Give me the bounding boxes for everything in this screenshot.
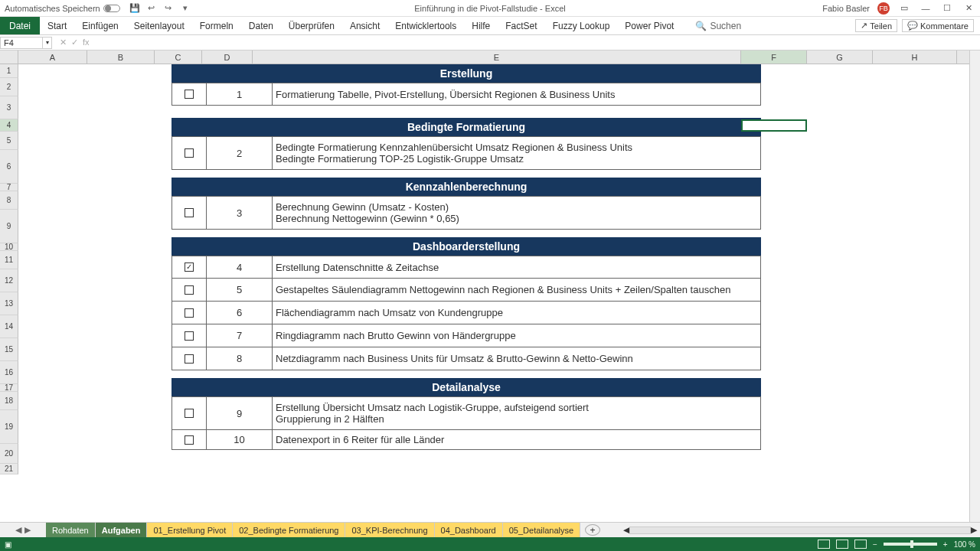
user-name[interactable]: Fabio Basler	[822, 4, 870, 13]
tab-start[interactable]: Start	[40, 17, 74, 34]
ribbon-tabs: Datei Start Einfügen Seitenlayout Formel…	[0, 17, 980, 35]
task-5-checkbox[interactable]	[185, 285, 194, 295]
task-6-checkbox[interactable]	[185, 308, 194, 318]
row-header-1[interactable]: 1	[0, 64, 18, 78]
task-3-num: 3	[207, 196, 273, 230]
task-1-checkbox[interactable]	[185, 90, 194, 99]
row-header-20[interactable]: 20	[0, 444, 18, 464]
tab-einfuegen[interactable]: Einfügen	[74, 17, 126, 34]
user-avatar[interactable]: FB	[877, 2, 890, 15]
tab-entwicklertools[interactable]: Entwicklertools	[387, 17, 464, 34]
row-header-19[interactable]: 19	[0, 410, 18, 444]
tab-ansicht[interactable]: Ansicht	[342, 17, 387, 34]
undo-icon[interactable]: ↩	[146, 3, 157, 14]
ribbon-display-icon[interactable]: ▭	[897, 3, 911, 14]
maximize-icon[interactable]: ☐	[940, 3, 954, 14]
row-header-5[interactable]: 5	[0, 132, 18, 150]
row-header-17[interactable]: 17	[0, 384, 18, 392]
fx-icon[interactable]: fx	[83, 37, 90, 47]
row-header-15[interactable]: 15	[0, 338, 18, 361]
tab-ueberpruefen[interactable]: Überprüfen	[281, 17, 342, 34]
vertical-scrollbar[interactable]	[969, 51, 980, 522]
task-1-num: 1	[207, 83, 273, 106]
row-header-7[interactable]: 7	[0, 184, 18, 191]
row-header-4[interactable]: 4	[0, 119, 18, 132]
col-header-b[interactable]: B	[87, 51, 155, 64]
accept-formula-icon[interactable]: ✓	[71, 37, 78, 47]
zoom-in-icon[interactable]: +	[943, 540, 948, 549]
save-icon[interactable]: 💾	[129, 3, 140, 14]
row-header-2[interactable]: 2	[0, 78, 18, 96]
horizontal-scrollbar[interactable]: ◀▶	[620, 523, 980, 537]
col-header-g[interactable]: G	[807, 51, 873, 64]
task-row-5: 5 Gestapeltes Säulendiagramm Nettogewinn…	[172, 279, 761, 302]
row-header-10[interactable]: 10	[0, 243, 18, 251]
qat-dropdown-icon[interactable]: ▾	[180, 3, 191, 14]
name-box[interactable]: F4	[0, 37, 43, 49]
row-header-14[interactable]: 14	[0, 315, 18, 338]
sheet-tab-aufgaben[interactable]: Aufgaben	[96, 523, 148, 537]
sheet-tab-rohdaten[interactable]: Rohdaten	[46, 523, 96, 537]
share-button[interactable]: ↗Teilen	[855, 19, 897, 32]
page-layout-view-icon[interactable]	[836, 540, 848, 549]
col-header-a[interactable]: A	[18, 51, 87, 64]
tab-power-pivot[interactable]: Power Pivot	[617, 17, 681, 34]
search-box[interactable]: 🔍 Suchen	[695, 21, 741, 31]
name-box-dropdown-icon[interactable]: ▾	[43, 37, 52, 49]
redo-icon[interactable]: ↪	[163, 3, 174, 14]
sheet-tab-01[interactable]: 01_Erstellung Pivot	[147, 523, 233, 537]
record-macro-icon[interactable]: ▣	[5, 540, 11, 549]
toggle-switch-icon[interactable]	[103, 5, 120, 12]
zoom-level[interactable]: 100 %	[954, 540, 975, 549]
task-10-num: 10	[207, 430, 273, 450]
row-header-9[interactable]: 9	[0, 210, 18, 243]
row-header-11[interactable]: 11	[0, 251, 18, 269]
task-4-checkbox[interactable]	[185, 262, 194, 272]
row-header-6[interactable]: 6	[0, 150, 18, 184]
section-header-kennzahlen: Kennzahlenberechnung	[172, 178, 761, 196]
section-header-dashboard: Dashboarderstellung	[172, 237, 761, 256]
col-header-h[interactable]: H	[873, 51, 957, 64]
row-header-16[interactable]: 16	[0, 361, 18, 384]
task-8-checkbox[interactable]	[185, 354, 194, 364]
task-2-desc2: Bedingte Formatierung TOP-25 Logistik-Gr…	[276, 153, 524, 165]
sheet-tab-05[interactable]: 05_Detailanalyse	[503, 523, 580, 537]
row-header-18[interactable]: 18	[0, 392, 18, 410]
row-header-13[interactable]: 13	[0, 292, 18, 315]
add-sheet-button[interactable]: +	[585, 524, 600, 536]
sheet-nav-buttons[interactable]: ◀ ▶	[0, 523, 46, 537]
row-header-21[interactable]: 21	[0, 464, 18, 474]
task-2-checkbox[interactable]	[185, 148, 194, 158]
page-break-view-icon[interactable]	[854, 540, 867, 549]
autosave-toggle[interactable]: Automatisches Speichern	[5, 4, 120, 13]
task-3-checkbox[interactable]	[185, 208, 194, 217]
tab-daten[interactable]: Daten	[241, 17, 281, 34]
tab-seitenlayout[interactable]: Seitenlayout	[126, 17, 192, 34]
spreadsheet-grid[interactable]: A B C D E F G H 1 2 3 4 5 6 7 8 9 10 11 …	[0, 51, 980, 522]
select-all-corner[interactable]	[0, 51, 18, 64]
sheet-tab-02[interactable]: 02_Bedingte Formatierung	[233, 523, 345, 537]
tab-hilfe[interactable]: Hilfe	[464, 17, 498, 34]
zoom-slider[interactable]	[884, 543, 937, 546]
row-header-3[interactable]: 3	[0, 96, 18, 119]
comments-button[interactable]: 💬Kommentare	[902, 19, 974, 32]
close-icon[interactable]: ✕	[962, 3, 975, 14]
tab-fuzzy-lookup[interactable]: Fuzzy Lookup	[545, 17, 618, 34]
task-4-num: 4	[207, 256, 273, 279]
minimize-icon[interactable]: —	[919, 3, 933, 14]
tab-datei[interactable]: Datei	[0, 17, 40, 34]
task-9-checkbox[interactable]	[185, 409, 194, 418]
zoom-out-icon[interactable]: −	[873, 540, 877, 549]
tab-factset[interactable]: FactSet	[498, 17, 544, 34]
tab-formeln[interactable]: Formeln	[192, 17, 241, 34]
row-header-8[interactable]: 8	[0, 191, 18, 210]
sheet-tab-03[interactable]: 03_KPI-Berechnung	[345, 523, 434, 537]
task-7-checkbox[interactable]	[185, 331, 194, 341]
formula-input[interactable]	[94, 37, 980, 49]
cancel-formula-icon[interactable]: ✕	[60, 37, 67, 47]
task-10-checkbox[interactable]	[185, 435, 194, 445]
row-header-12[interactable]: 12	[0, 269, 18, 292]
normal-view-icon[interactable]	[818, 540, 830, 549]
sheet-tab-04[interactable]: 04_Dashboard	[435, 523, 503, 537]
search-icon: 🔍	[695, 21, 707, 31]
